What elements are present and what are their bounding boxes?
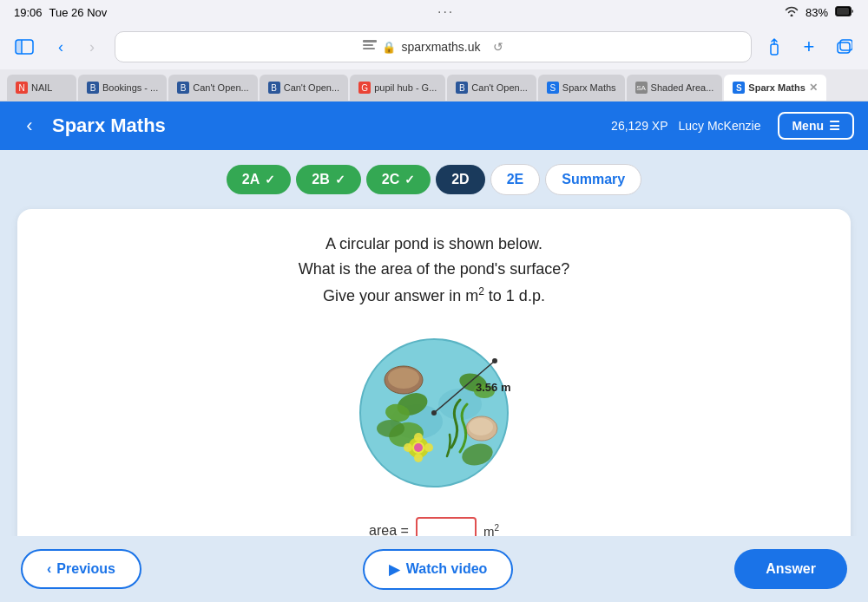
tab-label-sparx1: Sparx Maths [562,82,616,93]
wifi-icon [785,6,799,19]
tab-pupilhub[interactable]: G pupil hub - G... [350,75,445,101]
tab-favicon-cantopen3: B [456,82,468,94]
svg-rect-3 [16,40,22,54]
question-line2: What is the area of the pond's surface? [52,260,816,278]
svg-rect-6 [363,44,373,46]
tab-label-bookings: Bookings - ... [102,82,158,93]
prev-label: Previous [56,561,115,577]
tab-label-shaded: Shaded Area... [651,82,714,93]
bottom-nav: ‹ Previous ▶ Watch video Answer [0,536,868,602]
back-button[interactable]: ‹ [47,33,75,61]
question-line3-text: Give your answer in m [323,287,478,304]
answer-button[interactable]: Answer [734,549,847,589]
question-line3: Give your answer in m2 to 1 d.p. [52,285,816,305]
tab-favicon-pupilhub: G [358,82,371,94]
tab-2d-label: 2D [451,172,469,187]
sparx-menu-button[interactable]: Menu ☰ [778,112,854,140]
tab-sparx1[interactable]: S Sparx Maths [538,75,625,101]
watch-label: Watch video [406,561,488,577]
question-line3-super: 2 [478,285,484,298]
sparx-header: ‹ Sparx Maths 26,129 XP Lucy McKenzie Me… [0,101,868,150]
tab-shaded[interactable]: SA Shaded Area... [627,75,723,101]
sparx-title: Sparx Maths [52,115,611,137]
status-date: Tue 26 Nov [49,6,108,19]
share-button[interactable] [760,33,788,61]
hamburger-icon: ☰ [829,119,840,133]
address-reader-icon [363,40,377,55]
tab-label-nail: NAIL [31,82,52,93]
tab-2b-label: 2B [312,172,329,187]
tab-favicon-sparx1: S [547,82,559,94]
tab-2e[interactable]: 2E [490,164,541,195]
svg-text:3.56 m: 3.56 m [476,381,510,394]
tab-label-cantopen3: Can't Open... [471,82,527,93]
tab-favicon-bookings: B [87,82,99,94]
tab-favicon-nail: N [16,82,28,94]
browser-tabs: N NAIL B Bookings - ... B Can't Open... … [0,69,868,101]
tab-favicon-shaded: SA [635,82,648,94]
tabs-button[interactable] [830,33,858,61]
question-line1: A circular pond is shown below. [52,235,816,253]
tab-label-pupilhub: pupil hub - G... [374,82,437,93]
sparx-back-button[interactable]: ‹ [14,110,45,141]
tab-2e-label: 2E [507,172,524,187]
tab-2c-check: ✓ [404,173,415,186]
sparx-xp: 26,129 XP [611,119,667,133]
svg-point-30 [424,443,433,452]
tab-cantopen3[interactable]: B Can't Open... [447,75,536,101]
tab-close-sparx2[interactable]: ✕ [809,82,818,94]
svg-rect-7 [363,48,375,49]
lock-icon: 🔒 [382,41,396,54]
watch-video-button[interactable]: ▶ Watch video [363,549,514,590]
svg-point-28 [414,454,423,462]
status-bar: 19:06 Tue 26 Nov ··· 83% [0,0,868,24]
tab-label-cantopen1: Can't Open... [193,82,248,93]
tab-2b[interactable]: 2B ✓ [296,165,360,194]
status-time: 19:06 [14,6,43,19]
svg-point-33 [431,410,437,416]
answer-label: Answer [766,561,816,576]
tab-2a[interactable]: 2A ✓ [227,165,291,194]
tab-2c-label: 2C [382,172,399,187]
previous-button[interactable]: ‹ Previous [21,549,141,589]
tab-cantopen1[interactable]: B Can't Open... [168,75,257,101]
status-dots: ··· [437,4,454,20]
battery-icon [835,6,854,19]
tab-bookings[interactable]: B Bookings - ... [78,75,167,101]
address-bar[interactable]: 🔒 sparxmaths.uk ↺ [115,31,752,62]
tab-2d[interactable]: 2D [436,165,484,194]
refresh-icon[interactable]: ↺ [493,40,503,54]
svg-rect-9 [838,43,850,53]
tab-label-sparx2: Sparx Maths [748,82,805,93]
content-area: 2A ✓ 2B ✓ 2C ✓ 2D 2E Summary A circular … [0,150,868,602]
menu-label: Menu [792,119,824,133]
svg-point-34 [492,358,497,363]
svg-rect-1 [837,8,849,15]
url-text: sparxmaths.uk [401,40,480,54]
tab-cantopen2[interactable]: B Can't Open... [260,75,348,101]
svg-point-21 [377,420,404,437]
forward-button[interactable]: › [78,33,106,61]
browser-chrome: ‹ › 🔒 sparxmaths.uk ↺ + N NAIL B [0,24,868,101]
task-tabs: 2A ✓ 2B ✓ 2C ✓ 2D 2E Summary [17,164,851,195]
svg-rect-8 [771,44,778,55]
tab-favicon-sparx2: S [733,82,745,94]
tab-2b-check: ✓ [335,173,345,186]
tab-summary-label: Summary [562,172,625,187]
play-icon: ▶ [389,561,399,578]
tab-sparx2[interactable]: S Sparx Maths ✕ [724,75,825,101]
tab-2c[interactable]: 2C ✓ [366,165,431,194]
sidebar-toggle[interactable] [10,33,38,61]
prev-icon: ‹ [47,561,51,577]
sparx-user: Lucy McKenzie [679,119,761,133]
pond-illustration: 3.56 m [52,326,816,500]
new-tab-button[interactable]: + [795,33,823,61]
tab-summary[interactable]: Summary [545,164,641,195]
tab-nail[interactable]: N NAIL [7,75,76,101]
svg-rect-5 [363,40,377,43]
svg-point-27 [414,433,423,442]
svg-point-15 [388,368,419,389]
tab-2a-check: ✓ [265,173,275,186]
svg-point-29 [404,443,412,452]
question-line3-end: to 1 d.p. [484,287,545,304]
